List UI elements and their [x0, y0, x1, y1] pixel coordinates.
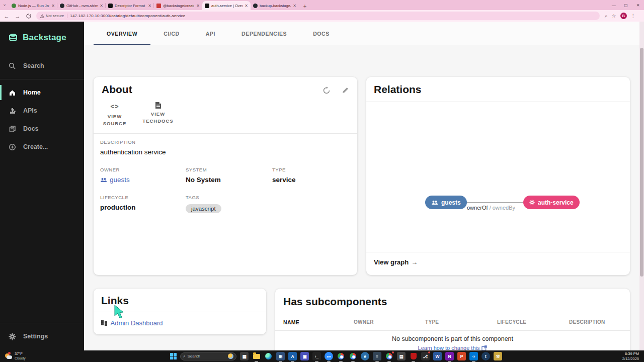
powerpoint-icon[interactable]: P — [457, 352, 466, 360]
media-player-icon[interactable]: ▤ — [397, 352, 406, 360]
scrollbar-thumb[interactable] — [640, 48, 643, 277]
browser-tab-strip: ˅ Node.js — Run JavaScript Ever... ✕ Git… — [0, 0, 644, 10]
tab-dependencies[interactable]: DEPENDENCIES — [228, 22, 300, 45]
relation-edge — [458, 202, 524, 203]
file-explorer-icon[interactable] — [252, 352, 261, 360]
tab-close-icon[interactable]: ✕ — [293, 4, 296, 8]
tab-close-icon[interactable]: ✕ — [245, 4, 248, 8]
column-name[interactable]: NAME — [283, 319, 354, 325]
start-button[interactable] — [170, 353, 177, 359]
search-icon: ⌕ — [183, 354, 185, 359]
back-button[interactable]: ← — [2, 12, 11, 21]
sidebar-item-docs[interactable]: Docs — [0, 120, 84, 138]
photos-app-icon[interactable]: A — [288, 352, 297, 360]
backstage-app: Backstage Search Home APIs — [0, 22, 644, 350]
browser-tab-title: auth-service | Overview | Scaffo... — [211, 4, 243, 8]
tab-search-chevron-icon[interactable]: ˅ — [0, 0, 9, 10]
new-tab-button[interactable]: + — [301, 2, 309, 10]
gear-icon — [9, 333, 16, 340]
sidebar-item-home[interactable]: Home — [0, 83, 84, 102]
forward-button[interactable]: → — [13, 12, 22, 21]
browser-tab-1[interactable]: Node.js — Run JavaScript Ever... ✕ — [9, 1, 57, 10]
clock-time: 6:39 PM — [622, 351, 639, 356]
graph-node-guests[interactable]: guests — [425, 196, 467, 209]
chrome-active-icon[interactable] — [385, 352, 393, 360]
browser-tab-2[interactable]: GitHub - nvm-sh/nvm: Node V... ✕ — [57, 1, 106, 10]
window-close-button[interactable]: ✕ — [632, 0, 644, 10]
taskbar-search[interactable]: ⌕ Search — [180, 352, 236, 360]
sidebar-item-apis[interactable]: APIs — [0, 102, 84, 120]
view-graph-link[interactable]: View graph → — [366, 252, 630, 272]
browser-tab-3[interactable]: Descriptor Format of Catalog E... ✕ — [106, 1, 154, 10]
bookmark-star-icon[interactable]: ☆ — [612, 13, 616, 19]
browser-tab-5-active[interactable]: auth-service | Overview | Scaffo... ✕ — [202, 1, 251, 10]
relations-graph[interactable]: ownerOf / ownedBy guests — [366, 102, 630, 252]
sidebar-item-settings[interactable]: Settings — [0, 327, 84, 345]
task-view-icon[interactable]: ▦ — [240, 352, 249, 360]
tag-chip[interactable]: javascript — [186, 204, 221, 213]
teams-icon[interactable]: ▣ — [300, 352, 309, 360]
thunderbird-icon[interactable]: t — [481, 352, 490, 360]
window-maximize-button[interactable]: ▢ — [620, 0, 632, 10]
view-source-button[interactable]: <> VIEW SOURCE — [97, 102, 133, 127]
onenote-icon[interactable]: N — [445, 352, 454, 360]
tab-close-icon[interactable]: ✕ — [196, 4, 200, 8]
terminal-icon[interactable]: ›_ — [312, 352, 321, 360]
github-desktop-icon[interactable]: ⎇ — [421, 352, 430, 360]
type-value: service — [272, 176, 351, 184]
tab-close-icon[interactable]: ✕ — [148, 4, 151, 8]
tab-docs[interactable]: DOCS — [300, 22, 343, 45]
taskbar-weather-widget[interactable]: 37°F Cloudy — [5, 351, 60, 360]
tools-icon[interactable]: ⚒ — [494, 352, 502, 360]
browser-profile-avatar[interactable]: B — [620, 13, 627, 19]
browser-tab-6[interactable]: backup-backstage-auth/opena... ✕ — [251, 1, 299, 10]
zoom-icon[interactable]: zm — [325, 352, 333, 360]
store-icon[interactable]: ⊞ — [276, 352, 285, 360]
zoom-icon[interactable]: ⌕ — [605, 13, 608, 19]
chrome-icon[interactable] — [337, 352, 345, 360]
tab-cicd[interactable]: CI/CD — [150, 22, 193, 45]
column-type[interactable]: TYPE — [425, 319, 497, 325]
mcafee-icon[interactable] — [409, 352, 418, 360]
tab-close-icon[interactable]: ✕ — [100, 4, 103, 8]
description-label: DESCRIPTION — [100, 139, 351, 145]
reload-button[interactable] — [24, 12, 33, 21]
graph-node-auth-service[interactable]: auth-service — [523, 196, 580, 209]
system-value: No System — [186, 176, 272, 184]
browser-menu-icon[interactable]: ⋮ — [631, 13, 636, 19]
description-value: authentication service — [100, 148, 351, 156]
edge-icon[interactable] — [264, 352, 273, 360]
about-card: About <> VIEW SOURCE — [94, 77, 357, 275]
chrome-profile2-icon[interactable] — [349, 352, 357, 360]
powerbi-icon[interactable]: e — [361, 352, 369, 360]
browser-tab-title: Node.js — Run JavaScript Ever... — [18, 4, 49, 8]
puzzle-icon — [9, 107, 16, 115]
column-lifecycle[interactable]: LIFECYCLE — [497, 319, 569, 325]
search-icon — [9, 62, 16, 70]
window-minimize-button[interactable]: — — [608, 0, 620, 10]
brand-name: Backstage — [23, 33, 66, 43]
tab-api[interactable]: API — [193, 22, 228, 45]
word-icon[interactable]: W — [433, 352, 442, 360]
refresh-icon[interactable] — [323, 86, 331, 97]
column-owner[interactable]: OWNER — [354, 319, 425, 325]
owner-link[interactable]: guests — [100, 176, 186, 184]
page-scrollbar[interactable] — [639, 22, 644, 350]
taskbar-clock[interactable]: 6:39 PM 2/12/2025 — [622, 351, 639, 361]
tab-overview[interactable]: OVERVIEW — [94, 22, 150, 45]
external-link-icon — [481, 345, 487, 351]
view-techdocs-button[interactable]: VIEW TECHDOCS — [140, 102, 176, 127]
browser-toolbar: ← → Not secure 147.182.170.10:3000/catal… — [0, 10, 644, 22]
browser-tab-4[interactable]: @backstage/create-app - npm ✕ — [154, 1, 202, 10]
sidebar-item-create[interactable]: Create... — [0, 138, 84, 156]
edit-pencil-icon[interactable] — [342, 86, 349, 97]
column-description[interactable]: DESCRIPTION — [569, 319, 622, 325]
backstage-logo[interactable]: Backstage — [0, 22, 84, 53]
sidebar-item-search[interactable]: Search — [0, 57, 84, 75]
vscode-icon[interactable]: ‹› — [469, 352, 478, 360]
not-secure-badge[interactable]: Not secure — [40, 14, 67, 18]
type-label: TYPE — [272, 167, 351, 172]
address-bar[interactable]: Not secure 147.182.170.10:3000/catalog/d… — [36, 12, 600, 20]
tab-close-icon[interactable]: ✕ — [51, 4, 55, 8]
document-app-icon[interactable]: ≡ — [373, 352, 381, 360]
